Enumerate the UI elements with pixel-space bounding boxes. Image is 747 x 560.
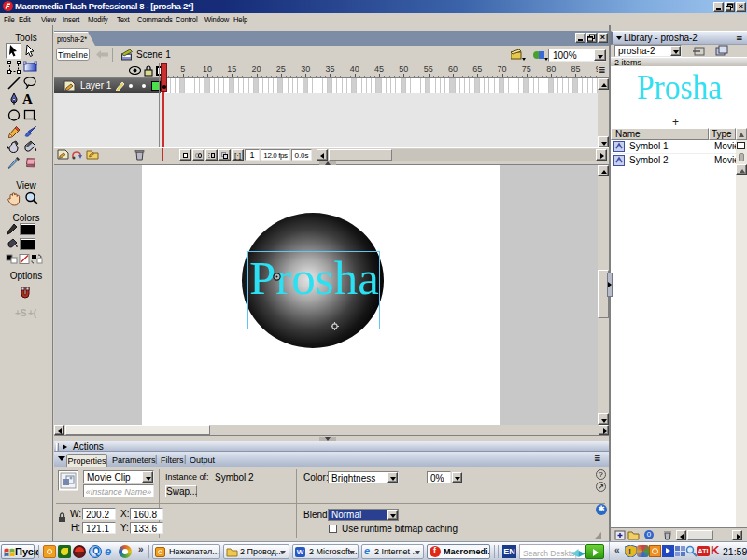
svg-text:!: ! bbox=[628, 547, 631, 556]
